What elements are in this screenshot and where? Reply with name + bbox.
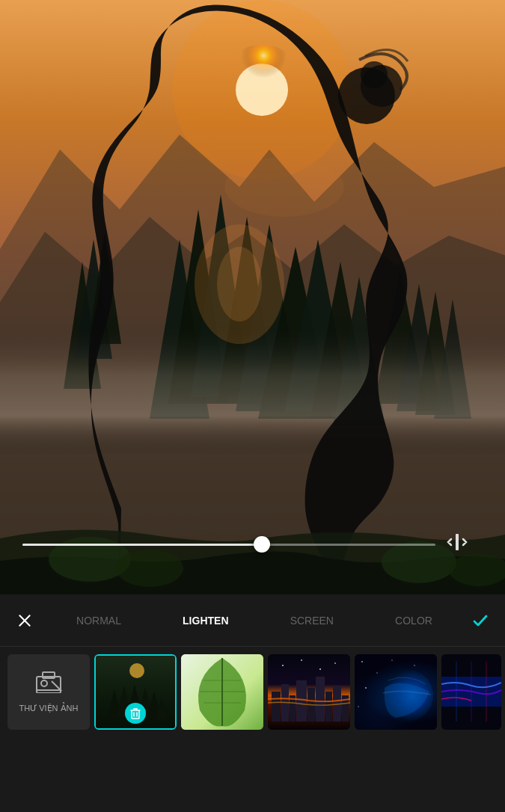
svg-point-45 (361, 661, 363, 662)
svg-point-50 (358, 706, 359, 707)
library-icon (35, 671, 62, 698)
svg-point-51 (391, 659, 393, 661)
slider-fill (22, 544, 262, 546)
image-strip: THƯ VIỆN ẢNH (0, 647, 505, 737)
svg-point-19 (41, 680, 47, 686)
blend-mode-lighten[interactable]: LIGHTEN (177, 611, 234, 630)
library-button[interactable]: THƯ VIỆN ẢNH (7, 654, 90, 730)
compare-icon[interactable] (447, 532, 468, 557)
neon-thumbnail (441, 654, 501, 730)
trees-overlay (0, 0, 505, 594)
library-label: THƯ VIỆN ẢNH (19, 703, 79, 713)
svg-point-40 (282, 665, 284, 666)
svg-point-22 (129, 663, 144, 678)
blend-mode-normal[interactable]: NORMAL (70, 611, 127, 630)
svg-rect-37 (325, 692, 332, 722)
svg-point-47 (365, 687, 367, 689)
svg-point-14 (224, 157, 344, 217)
image-city[interactable] (268, 654, 350, 730)
slider-thumb[interactable] (254, 536, 270, 553)
slider-track[interactable] (22, 544, 435, 546)
svg-point-46 (376, 672, 378, 674)
main-image-area (0, 0, 505, 594)
svg-rect-34 (296, 680, 307, 722)
svg-rect-31 (272, 692, 281, 722)
blend-mode-color[interactable]: COLOR (389, 611, 438, 630)
space-thumbnail (355, 654, 437, 730)
svg-rect-15 (456, 534, 459, 550)
image-neon[interactable] (441, 654, 501, 730)
svg-point-41 (301, 659, 302, 661)
leaf-thumbnail (181, 654, 263, 730)
delete-badge[interactable] (125, 703, 146, 724)
image-space[interactable] (355, 654, 437, 730)
svg-rect-36 (316, 677, 325, 722)
blend-mode-screen[interactable]: SCREEN (284, 611, 340, 630)
svg-point-48 (414, 665, 415, 666)
blend-mode-bar: NORMAL LIGHTEN SCREEN COLOR (0, 594, 505, 647)
close-button[interactable] (11, 607, 38, 634)
svg-point-49 (425, 683, 426, 685)
svg-rect-44 (355, 654, 437, 730)
svg-point-43 (334, 662, 336, 664)
svg-point-52 (381, 669, 433, 722)
svg-rect-4 (0, 322, 505, 456)
city-thumbnail (268, 654, 350, 730)
svg-point-42 (319, 668, 321, 670)
blend-modes-list: NORMAL LIGHTEN SCREEN COLOR (46, 611, 463, 630)
bottom-toolbar: NORMAL LIGHTEN SCREEN COLOR THƯ VIỆN ẢNH (0, 594, 505, 812)
confirm-button[interactable] (467, 607, 494, 634)
svg-point-13 (361, 61, 388, 88)
comparison-slider-area[interactable] (0, 532, 505, 557)
svg-point-6 (217, 247, 262, 322)
image-leaf[interactable] (181, 654, 263, 730)
image-forest[interactable] (94, 654, 177, 730)
